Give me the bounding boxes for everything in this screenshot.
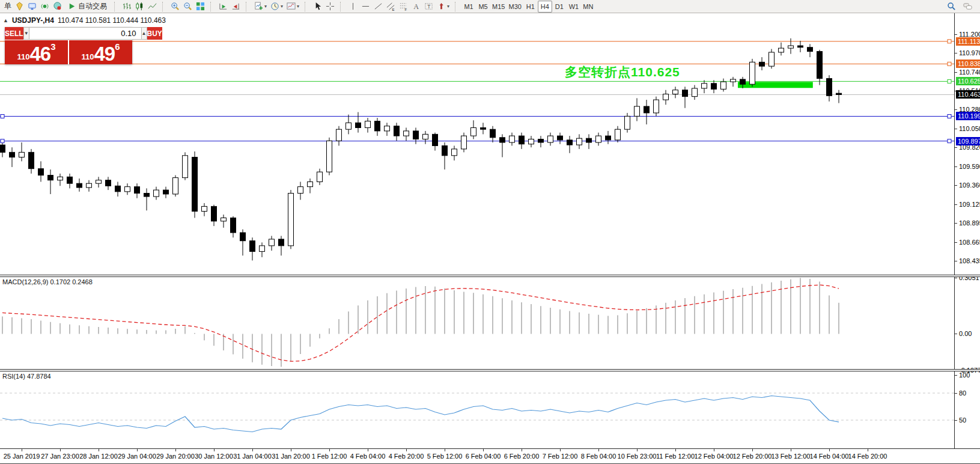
new-order-icon[interactable] (13, 1, 26, 13)
time-tick-label: 4 Feb 04:00 (350, 453, 386, 460)
line-handle[interactable] (1, 139, 4, 143)
axis-tick (955, 53, 957, 53)
timeframe-button-w1[interactable]: W1 (567, 1, 581, 13)
candle (644, 100, 650, 124)
line-handle[interactable] (948, 139, 951, 143)
toolbar-separator (114, 2, 118, 11)
axis-tick-label: 100 (959, 371, 970, 379)
autotrade-button[interactable]: 自动交易 (64, 1, 111, 13)
price-level-badge: 109.897 (956, 137, 980, 145)
candle (356, 112, 361, 133)
profiles-icon[interactable]: ▾ (269, 1, 285, 13)
new-order-icon (15, 2, 24, 11)
candle (87, 180, 92, 192)
candle (221, 215, 227, 228)
time-tick (329, 449, 330, 451)
axis-tick-label: 108.435 (959, 257, 980, 264)
channel-icon[interactable]: E (385, 1, 397, 13)
line-handle[interactable] (948, 79, 951, 83)
buy-button[interactable]: BUY (147, 27, 162, 40)
time-tick-label: 6 Feb 20:00 (504, 453, 540, 460)
chat-icon[interactable] (961, 1, 974, 13)
line-handle[interactable] (948, 62, 951, 66)
candle (654, 97, 659, 117)
time-tick (598, 449, 599, 451)
market-icon[interactable] (51, 1, 64, 13)
buy-price[interactable]: 110 49 6 (69, 40, 132, 64)
fibonacci-icon[interactable]: F (397, 1, 410, 13)
buy-price-pip: 6 (115, 41, 120, 52)
timeframe-button-m5[interactable]: M5 (476, 1, 490, 13)
axis-tick-label: 108.665 (959, 239, 980, 246)
pane-separator[interactable] (0, 369, 980, 371)
axis-tick (955, 334, 957, 334)
support-zone-rectangle[interactable] (738, 82, 813, 88)
time-axis-border (0, 448, 980, 449)
volume-decrease-button[interactable]: ▼ (23, 27, 29, 40)
auto-scroll-icon[interactable] (217, 1, 230, 13)
line-handle[interactable] (948, 114, 951, 118)
chat-icon (963, 2, 972, 11)
tile-windows-icon[interactable] (194, 1, 207, 13)
text-icon[interactable]: A (410, 1, 422, 13)
time-tick-label: 6 Feb 04:00 (466, 453, 501, 460)
turning-point-annotation[interactable]: 多空转折点110.625 (565, 64, 680, 81)
axis-tick-label: 109.125 (959, 201, 980, 208)
axis-tick (955, 185, 957, 186)
text-label-icon[interactable]: T (422, 1, 435, 13)
templates-icon[interactable]: ▾ (285, 1, 301, 13)
vertical-line-icon (348, 2, 358, 11)
candle (173, 176, 178, 197)
timeframe-button-m30[interactable]: M30 (507, 1, 523, 13)
svg-text:F: F (404, 7, 407, 11)
chart-symbol-period: USDJPY-,H4 (12, 16, 54, 25)
price-axis[interactable]: 111.200110.970110.740110.510110.280110.0… (955, 13, 980, 448)
trendline-icon[interactable] (372, 1, 385, 13)
candle (529, 136, 534, 147)
timeframe-button-h4[interactable]: H4 (538, 1, 552, 13)
search-icon[interactable] (945, 1, 958, 13)
candle (558, 133, 563, 144)
zoom-in-icon[interactable] (169, 1, 181, 13)
timeframe-button-h1[interactable]: H1 (523, 1, 538, 13)
timeframe-button-d1[interactable]: D1 (552, 1, 567, 13)
terminal-icon[interactable] (26, 1, 38, 13)
candle (798, 41, 803, 52)
signals-icon[interactable] (38, 1, 51, 13)
text-label-icon: T (424, 2, 433, 11)
sell-price[interactable]: 110 46 3 (5, 40, 68, 64)
sell-button[interactable]: SELL (5, 27, 23, 40)
candle (692, 85, 698, 100)
line-handle[interactable] (1, 114, 4, 118)
time-tick (714, 449, 714, 451)
cursor-icon[interactable] (311, 1, 324, 13)
timeframe-button-m1[interactable]: M1 (461, 1, 476, 13)
line-handle[interactable] (948, 40, 951, 43)
candlestick-icon[interactable] (133, 1, 146, 13)
pane-separator[interactable] (0, 275, 980, 277)
time-tick (406, 449, 407, 451)
chart-shift-icon[interactable] (230, 1, 242, 13)
new-chart-icon[interactable]: ▾ (252, 1, 269, 13)
collapse-triangle-icon[interactable]: ▲ (3, 17, 8, 23)
line-chart-icon[interactable] (146, 1, 159, 13)
timeframe-button-m15[interactable]: M15 (490, 1, 507, 13)
time-axis[interactable]: 25 Jan 201927 Jan 23:0028 Jan 12:0029 Ja… (0, 449, 980, 464)
arrows-icon[interactable]: ▾ (435, 1, 451, 13)
zoom-out-icon[interactable] (181, 1, 194, 13)
timeframe-button-mn[interactable]: MN (581, 1, 595, 13)
axis-tick-label: 108.895 (959, 219, 980, 227)
candle (731, 77, 736, 87)
volume-input[interactable] (29, 27, 141, 40)
axis-tick (955, 34, 957, 35)
crosshair-icon[interactable] (324, 1, 336, 13)
svg-text:A: A (413, 2, 419, 11)
bar-chart-icon[interactable] (121, 1, 133, 13)
candle (250, 237, 255, 260)
horizontal-line-icon[interactable] (359, 1, 372, 13)
bar-chart-icon (123, 2, 132, 11)
zoom-in-icon (171, 2, 180, 11)
vertical-line-icon[interactable] (347, 1, 359, 13)
time-tick (368, 449, 368, 451)
volume-increase-button[interactable]: ▲ (141, 27, 147, 40)
